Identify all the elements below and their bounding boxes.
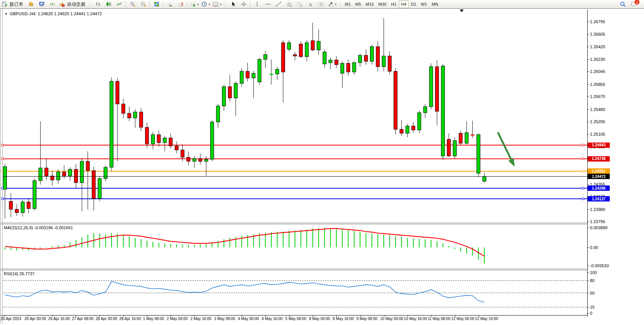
y-axis-tick: [587, 97, 589, 97]
clock-icon: [201, 1, 207, 7]
rsi-axis-tick: [587, 281, 589, 281]
timeframe-d1[interactable]: D1: [409, 0, 419, 8]
chart-window: ▼ GBPUSD-,H4 1.24620 1.24620 1.24441 1.2…: [0, 9, 644, 325]
toolbar: 新订单自动交易▾▾▾EFAT▾M1M5M15M30H1H4D1W1MN1: [0, 0, 644, 9]
candlestick-chart-button[interactable]: [103, 0, 114, 8]
zoomout-icon: [140, 1, 147, 7]
x-axis-date-label: 26 Apr 16:00: [48, 317, 70, 321]
timeframe-m30[interactable]: M30: [376, 0, 389, 8]
indicators-button[interactable]: ▾: [188, 0, 200, 8]
svg-text:E: E: [290, 5, 292, 7]
timeframe-mn[interactable]: MN: [429, 0, 440, 8]
price-line-tag: 1.24738: [588, 156, 610, 162]
price-pane[interactable]: [0, 9, 587, 223]
horizontal-line-button[interactable]: [262, 0, 273, 8]
periods-button[interactable]: ▾: [200, 0, 211, 8]
search-button[interactable]: [617, 0, 628, 8]
new-order-button[interactable]: 新订单: [0, 0, 26, 8]
rsi-pane[interactable]: [0, 270, 587, 315]
cursor-icon: [230, 1, 236, 7]
zoom-in-button[interactable]: [127, 0, 138, 8]
y-axis-tick-label: 1.23980: [590, 207, 605, 212]
timeframe-w1[interactable]: W1: [419, 0, 430, 8]
text-button[interactable]: A: [305, 0, 316, 8]
toolbar-grip: [339, 1, 341, 7]
price-line-tag: 1.24137: [588, 196, 610, 201]
signals-button[interactable]: [47, 0, 57, 8]
price-line-tag: 1.24551: [588, 168, 610, 174]
shapes-icon: [327, 1, 334, 7]
dropdown-arrow-icon[interactable]: ▾: [335, 3, 336, 6]
arrows-button[interactable]: ▾: [326, 0, 338, 8]
crosshair-button[interactable]: [238, 0, 249, 8]
autoscroll-icon: [167, 1, 173, 7]
line-chart-button[interactable]: [114, 0, 124, 8]
y-axis-tick: [587, 122, 589, 122]
dropdown-arrow-icon[interactable]: ▾: [197, 3, 199, 6]
x-axis-date-label: 8 May 00:00: [309, 317, 330, 321]
macd-axis-tick: [587, 228, 589, 228]
bar-chart-button[interactable]: [92, 0, 103, 8]
rsi-axis-tick: [587, 307, 589, 308]
dropdown-arrow-icon[interactable]: ▾: [220, 3, 222, 6]
y-axis-tick: [587, 22, 589, 22]
rsi-axis-tick-label: 100: [590, 270, 597, 275]
timeframe-m5[interactable]: M5: [353, 0, 363, 8]
y-axis-line: [587, 10, 588, 317]
fibonacci-button[interactable]: F: [294, 0, 305, 8]
hline-icon: [265, 1, 271, 7]
x-axis-date-label: 28 Apr 00:00: [96, 317, 117, 321]
vertical-line-button[interactable]: [252, 0, 262, 8]
equidistant-channel-button[interactable]: E: [284, 0, 294, 8]
x-axis-date-label: 27 Apr 08:00: [72, 317, 94, 321]
macd-axis-tick-label: 0.003889: [590, 225, 607, 230]
timeframe-h1[interactable]: H1: [389, 0, 399, 8]
terminal-button[interactable]: [36, 0, 47, 8]
y-axis-tick-label: 1.26045: [590, 69, 605, 74]
notifications-button[interactable]: 1: [628, 0, 639, 8]
new-order-label: 新订单: [8, 1, 24, 8]
auto-trading-button[interactable]: 自动交易: [57, 0, 88, 8]
zoom-out-button[interactable]: [138, 0, 148, 8]
dropdown-arrow-icon[interactable]: ▾: [209, 3, 210, 6]
auto-scroll-button[interactable]: [164, 0, 175, 8]
toolbar-separator: [250, 1, 250, 7]
price-line-tag: 1.24943: [588, 143, 610, 148]
cursor-button[interactable]: [228, 0, 238, 8]
x-axis-date-label: 10 May 16:00: [404, 317, 427, 321]
chart-shift-button[interactable]: [175, 0, 186, 8]
svg-text:A: A: [309, 2, 312, 7]
x-axis-date-label: 11 May 08:00: [427, 317, 450, 321]
timeframe-h4[interactable]: H4: [399, 0, 409, 8]
profile-icon: [28, 1, 34, 7]
timeframe-m1[interactable]: M1: [343, 0, 353, 8]
pane-divider[interactable]: [1, 223, 587, 223]
text-label-button[interactable]: T: [316, 0, 326, 8]
crosshair-icon: [241, 1, 247, 7]
y-axis-tick-label: 1.26605: [590, 32, 605, 36]
x-axis-date-label: 26 Apr 00:00: [24, 317, 46, 321]
y-axis-tick: [587, 109, 589, 110]
trendline-button[interactable]: [273, 0, 284, 8]
toolbar-separator: [150, 1, 150, 7]
x-axis-date-label: 1 May 08:00: [143, 317, 164, 321]
notification-badge: 1: [634, 0, 640, 5]
y-axis-tick-label: 1.25670: [590, 94, 605, 99]
y-axis-tick: [587, 59, 589, 60]
toolbar-separator: [187, 1, 187, 7]
pane-divider[interactable]: [1, 269, 587, 269]
rsi-axis-tick-label: 15: [590, 305, 595, 309]
timeframe-m15[interactable]: M15: [363, 0, 376, 8]
y-axis-tick-label: 1.25105: [590, 132, 605, 136]
rsi-axis-tick-label: 50: [590, 291, 595, 295]
templates-button[interactable]: ▾: [211, 0, 223, 8]
tile-icon: [153, 1, 160, 7]
autotrade-icon: [59, 1, 65, 7]
macd-pane[interactable]: [0, 224, 587, 269]
tile-windows-button[interactable]: [151, 0, 162, 8]
x-axis-date-label: 3 May 08:00: [214, 317, 235, 321]
channel-icon: E: [286, 1, 292, 7]
rsi-axis-tick-label: 80: [590, 278, 595, 283]
chart-profiles-button[interactable]: [26, 0, 36, 8]
rsi-axis-tick: [587, 273, 589, 273]
